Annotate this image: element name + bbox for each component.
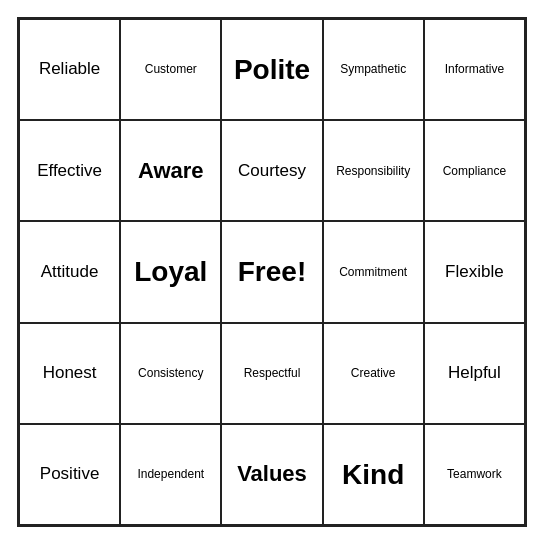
bingo-cell: Teamwork	[424, 424, 525, 525]
cell-text: Commitment	[339, 265, 407, 279]
cell-text: Positive	[40, 464, 100, 484]
bingo-board: ReliableCustomerPoliteSympatheticInforma…	[17, 17, 527, 527]
bingo-cell: Customer	[120, 19, 221, 120]
bingo-cell: Effective	[19, 120, 120, 221]
cell-text: Aware	[138, 158, 204, 184]
bingo-cell: Creative	[323, 323, 424, 424]
cell-text: Independent	[137, 467, 204, 481]
bingo-cell: Flexible	[424, 221, 525, 322]
cell-text: Effective	[37, 161, 102, 181]
cell-text: Values	[237, 461, 307, 487]
bingo-cell: Commitment	[323, 221, 424, 322]
bingo-cell: Informative	[424, 19, 525, 120]
cell-text: Responsibility	[336, 164, 410, 178]
cell-text: Creative	[351, 366, 396, 380]
bingo-cell: Independent	[120, 424, 221, 525]
cell-text: Flexible	[445, 262, 504, 282]
bingo-cell: Courtesy	[221, 120, 322, 221]
bingo-cell: Reliable	[19, 19, 120, 120]
bingo-cell: Kind	[323, 424, 424, 525]
cell-text: Sympathetic	[340, 62, 406, 76]
bingo-cell: Helpful	[424, 323, 525, 424]
cell-text: Informative	[445, 62, 504, 76]
cell-text: Honest	[43, 363, 97, 383]
bingo-cell: Aware	[120, 120, 221, 221]
cell-text: Attitude	[41, 262, 99, 282]
bingo-cell: Polite	[221, 19, 322, 120]
bingo-cell: Positive	[19, 424, 120, 525]
cell-text: Consistency	[138, 366, 203, 380]
cell-text: Compliance	[443, 164, 506, 178]
bingo-cell: Values	[221, 424, 322, 525]
cell-text: Customer	[145, 62, 197, 76]
bingo-cell: Loyal	[120, 221, 221, 322]
cell-text: Free!	[238, 255, 306, 289]
bingo-cell: Respectful	[221, 323, 322, 424]
bingo-cell: Attitude	[19, 221, 120, 322]
cell-text: Helpful	[448, 363, 501, 383]
bingo-cell: Consistency	[120, 323, 221, 424]
cell-text: Loyal	[134, 255, 207, 289]
bingo-cell: Responsibility	[323, 120, 424, 221]
cell-text: Courtesy	[238, 161, 306, 181]
cell-text: Polite	[234, 53, 310, 87]
bingo-cell: Honest	[19, 323, 120, 424]
cell-text: Reliable	[39, 59, 100, 79]
cell-text: Respectful	[244, 366, 301, 380]
bingo-cell: Sympathetic	[323, 19, 424, 120]
cell-text: Kind	[342, 458, 404, 492]
cell-text: Teamwork	[447, 467, 502, 481]
bingo-cell: Compliance	[424, 120, 525, 221]
bingo-cell: Free!	[221, 221, 322, 322]
